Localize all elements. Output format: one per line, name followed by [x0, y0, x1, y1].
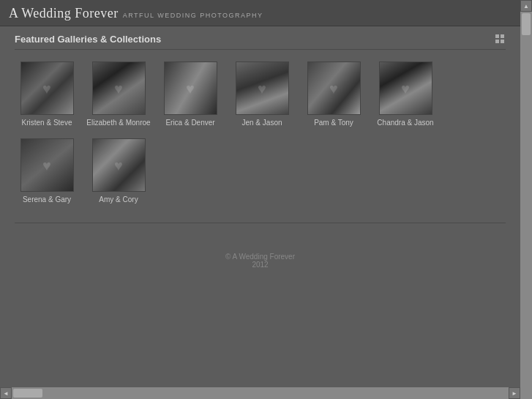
section-header: Featured Galleries & Collections — [15, 34, 506, 50]
copyright-text: © A Wedding Forever — [29, 253, 491, 261]
gallery-thumbnail — [307, 61, 361, 115]
site-subtitle: ARTFUL WEDDING PHOTOGRAPHY — [123, 12, 263, 19]
scroll-left-arrow[interactable]: ◄ — [0, 387, 12, 399]
gallery-thumbnail — [379, 61, 432, 115]
main-wrapper: A Wedding Forever ARTFUL WEDDING PHOTOGR… — [0, 0, 532, 399]
gallery-item[interactable]: Kristen & Steve — [15, 61, 79, 127]
scroll-up-arrow[interactable]: ▲ — [520, 0, 532, 12]
thumbnail-image — [21, 62, 73, 114]
scrollbar-thumb-horizontal[interactable] — [13, 389, 42, 398]
gallery-label: Chandra & Jason — [377, 119, 433, 127]
gallery-thumbnail — [164, 61, 217, 115]
gallery-thumbnail — [92, 61, 146, 115]
thumbnail-image — [380, 62, 432, 114]
thumbnail-image — [236, 62, 288, 114]
gallery-thumbnail — [92, 138, 146, 192]
gallery-label: Amy & Cory — [99, 195, 138, 204]
grid-view-icon[interactable] — [495, 34, 506, 45]
horizontal-scrollbar[interactable]: ◄ ► — [0, 387, 520, 399]
gallery-item[interactable]: Elizabeth & Monroe — [86, 61, 151, 127]
gallery-label: Elizabeth & Monroe — [86, 119, 150, 127]
gallery-item[interactable]: Serena & Gary — [15, 138, 79, 204]
gallery-item[interactable]: Chandra & Jason — [373, 61, 438, 127]
scroll-right-arrow[interactable]: ► — [509, 387, 520, 399]
gallery-label: Jen & Jason — [241, 119, 282, 127]
content-area: Featured Galleries & Collections Kristen… — [0, 26, 520, 298]
thumbnail-image — [93, 139, 145, 191]
gallery-label: Erica & Denver — [165, 119, 214, 127]
gallery-label: Pam & Tony — [314, 119, 353, 127]
thumbnail-image — [21, 139, 73, 191]
vertical-scrollbar[interactable]: ▲ ▼ — [520, 0, 532, 399]
section-divider — [15, 223, 506, 223]
scrollbar-corner — [520, 387, 532, 399]
gallery-label: Kristen & Steve — [22, 119, 72, 127]
section-title: Featured Galleries & Collections — [15, 34, 161, 45]
copyright-year: 2012 — [29, 261, 491, 269]
thumbnail-image — [165, 62, 217, 114]
gallery-thumbnail — [20, 61, 74, 115]
gallery-item[interactable]: Amy & Cory — [86, 138, 151, 204]
svg-rect-0 — [495, 34, 499, 38]
gallery-thumbnail — [20, 138, 74, 192]
gallery-label: Serena & Gary — [23, 195, 71, 204]
gallery-thumbnail — [236, 61, 289, 115]
svg-rect-3 — [501, 40, 504, 43]
gallery-item[interactable]: Erica & Denver — [158, 61, 222, 127]
thumbnail-image — [93, 62, 145, 114]
svg-rect-2 — [495, 40, 499, 43]
site-title[interactable]: A Wedding Forever — [9, 6, 119, 21]
svg-rect-1 — [501, 34, 504, 38]
thumbnail-image — [308, 62, 360, 114]
gallery-item[interactable]: Pam & Tony — [301, 61, 366, 127]
site-header: A Wedding Forever ARTFUL WEDDING PHOTOGR… — [0, 0, 520, 26]
scrollbar-thumb-vertical[interactable] — [522, 13, 531, 35]
galleries-grid: Kristen & SteveElizabeth & MonroeErica &… — [15, 61, 506, 215]
gallery-item[interactable]: Jen & Jason — [230, 61, 294, 127]
page-footer: © A Wedding Forever 2012 — [15, 238, 506, 283]
